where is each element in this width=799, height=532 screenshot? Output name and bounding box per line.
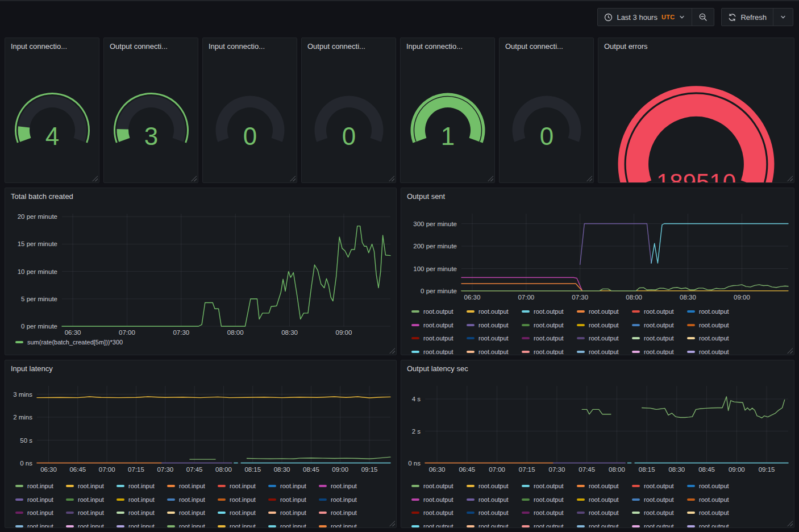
legend-item[interactable]: root.input <box>319 522 369 529</box>
legend-item[interactable]: root.output <box>577 321 632 329</box>
legend-item[interactable]: root.output <box>687 307 742 315</box>
legend-item[interactable]: root.input <box>218 509 268 517</box>
legend-item[interactable]: root.output <box>467 522 522 529</box>
legend-item[interactable]: root.output <box>467 321 522 329</box>
legend-item[interactable]: root.output <box>687 334 742 342</box>
legend-item[interactable]: root.output <box>577 522 632 529</box>
panel-title[interactable]: Output connecti... <box>505 42 563 51</box>
legend-item[interactable]: root.output <box>467 509 522 517</box>
panel-title[interactable]: Input connectio... <box>11 42 67 51</box>
legend-item[interactable]: root.output <box>411 496 467 504</box>
legend-item[interactable]: root.output <box>522 482 577 490</box>
refresh-button[interactable]: Refresh <box>722 9 773 26</box>
legend-item[interactable]: root.output <box>577 496 632 504</box>
refresh-interval-dropdown[interactable] <box>773 9 793 26</box>
legend-item[interactable]: root.output <box>687 482 742 490</box>
legend-item[interactable]: root.output <box>522 321 577 329</box>
legend-item[interactable]: root.output <box>467 334 522 342</box>
panel-title[interactable]: Input latency <box>11 364 53 373</box>
legend-item[interactable]: root.input <box>66 482 116 490</box>
legend-item[interactable]: root.output <box>522 496 577 504</box>
legend-item[interactable]: root.output <box>577 482 632 490</box>
panel-resize-handle[interactable] <box>488 176 493 181</box>
legend-item[interactable]: root.output <box>522 522 577 529</box>
time-range-button[interactable]: Last 3 hours UTC <box>598 9 692 26</box>
legend-item[interactable]: root.output <box>522 348 577 356</box>
legend-item[interactable]: root.output <box>632 522 687 529</box>
panel-title[interactable]: Input connectio... <box>209 42 265 51</box>
legend-item[interactable]: root.output <box>632 482 687 490</box>
legend-item[interactable]: root.input <box>66 522 116 529</box>
legend-item[interactable]: root.input <box>268 496 319 504</box>
legend-item[interactable]: root.input <box>319 496 369 504</box>
zoom-out-button[interactable] <box>692 9 714 26</box>
legend-item[interactable]: root.output <box>577 334 632 342</box>
legend-item[interactable]: root.output <box>467 348 522 356</box>
legend-item[interactable]: root.output <box>687 348 742 356</box>
legend-item[interactable]: root.input <box>167 522 218 529</box>
panel-resize-handle[interactable] <box>586 176 592 181</box>
legend-item[interactable]: root.output <box>522 307 577 315</box>
legend-item[interactable]: root.input <box>218 522 268 529</box>
legend-item[interactable]: root.output <box>577 307 632 315</box>
panel-resize-handle[interactable] <box>92 176 98 181</box>
legend-item[interactable]: root.input <box>167 496 218 504</box>
panel-title[interactable]: Input connectio... <box>406 42 463 51</box>
legend-item[interactable]: root.output <box>687 509 742 517</box>
legend-item[interactable]: root.output <box>632 496 687 504</box>
legend-item[interactable]: root.output <box>577 509 632 517</box>
legend-item[interactable]: root.input <box>319 482 369 490</box>
legend-item[interactable]: root.input <box>167 482 218 490</box>
legend-item[interactable]: sum(rate(batch_created[5m]))*300 <box>15 338 243 346</box>
legend-item[interactable]: root.input <box>116 496 167 504</box>
legend-item[interactable]: root.output <box>632 334 687 342</box>
legend-item[interactable]: root.input <box>66 509 116 517</box>
panel-resize-handle[interactable] <box>191 176 197 181</box>
legend-item[interactable]: root.output <box>467 307 522 315</box>
legend-item[interactable]: root.input <box>116 509 167 517</box>
legend-item[interactable]: root.input <box>319 509 369 517</box>
legend-item[interactable]: root.input <box>15 496 66 504</box>
panel-title[interactable]: Output errors <box>604 42 648 51</box>
legend-item[interactable]: root.input <box>66 496 116 504</box>
legend-item[interactable]: root.input <box>218 482 268 490</box>
legend-item[interactable]: root.output <box>411 522 467 529</box>
panel-title[interactable]: Output sent <box>407 192 445 201</box>
legend-item[interactable]: root.output <box>467 496 522 504</box>
panel-title[interactable]: Output connecti... <box>307 42 365 51</box>
panel-resize-handle[interactable] <box>290 176 296 181</box>
legend-series-label: root.input <box>331 483 357 489</box>
legend-item[interactable]: root.output <box>522 334 577 342</box>
legend-item[interactable]: root.input <box>15 522 66 529</box>
chart-plot-area[interactable]: 0 per minute5 per minute10 per minute15 … <box>5 188 396 355</box>
panel-title[interactable]: Output connecti... <box>110 42 168 51</box>
legend-item[interactable]: root.input <box>268 522 319 529</box>
legend-item[interactable]: root.input <box>15 509 66 517</box>
panel-title[interactable]: Output latency sec <box>407 364 468 373</box>
legend-item[interactable]: root.output <box>411 509 467 517</box>
legend-item[interactable]: root.output <box>632 307 687 315</box>
legend-item[interactable]: root.output <box>687 496 742 504</box>
legend-item[interactable]: root.input <box>268 482 319 490</box>
legend-item[interactable]: root.output <box>577 348 632 356</box>
legend-item[interactable]: root.output <box>411 482 467 490</box>
legend-item[interactable]: root.input <box>268 509 319 517</box>
legend-item[interactable]: root.output <box>632 509 687 517</box>
legend-item[interactable]: root.output <box>687 522 742 529</box>
legend-item[interactable]: root.input <box>218 496 268 504</box>
legend-item[interactable]: root.output <box>632 348 687 356</box>
legend-item[interactable]: root.input <box>116 482 167 490</box>
legend-item[interactable]: root.output <box>411 307 467 315</box>
panel-title[interactable]: Total batch created <box>11 192 73 201</box>
legend-item[interactable]: root.output <box>467 482 522 490</box>
legend-item[interactable]: root.input <box>167 509 218 517</box>
legend-item[interactable]: root.output <box>687 321 742 329</box>
panel-resize-handle[interactable] <box>389 176 394 181</box>
legend-item[interactable]: root.output <box>522 509 577 517</box>
legend-item[interactable]: root.input <box>15 482 66 490</box>
legend-item[interactable]: root.output <box>632 321 687 329</box>
legend-item[interactable]: root.input <box>116 522 167 529</box>
legend-item[interactable]: root.output <box>411 321 467 329</box>
legend-item[interactable]: root.output <box>411 348 467 356</box>
legend-item[interactable]: root.output <box>411 334 467 342</box>
